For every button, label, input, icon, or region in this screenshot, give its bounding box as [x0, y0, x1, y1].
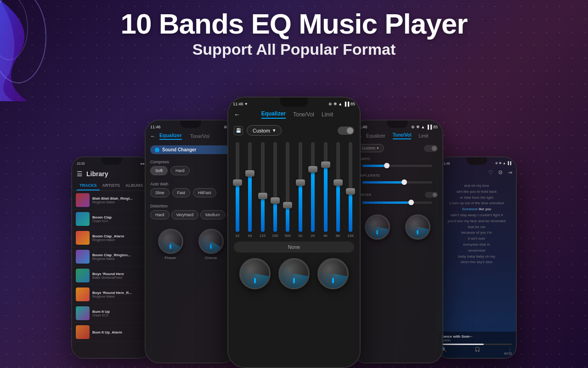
- eq-band-4k[interactable]: 4K: [320, 142, 331, 238]
- knobs-row-mid-right: [352, 207, 442, 240]
- preset-label: Custom: [253, 128, 270, 133]
- more-icon[interactable]: ⋮: [508, 347, 512, 352]
- compress-label: Compress: [146, 157, 236, 166]
- track-item[interactable]: Boom Clap_Rington...Ringtone Maker: [72, 247, 151, 266]
- track-item[interactable]: Boom Clap_AlarmRingtone Maker: [72, 229, 151, 247]
- ctab-limit[interactable]: Limit: [322, 111, 333, 118]
- limiter-slider[interactable]: [362, 201, 432, 204]
- slider-thumb-16k[interactable]: [346, 188, 355, 195]
- track-item[interactable]: Boys 'Round HereBlake Shelton&Pistol: [72, 266, 151, 285]
- track-info: Boom ClapCharli XCX: [92, 215, 147, 223]
- wah-hitfast-btn[interactable]: HitFast: [193, 188, 216, 197]
- wah-slow-btn[interactable]: Slow: [150, 188, 170, 197]
- sound-changer-screen: 11:46 ⊕ ● ← Equalizer Tone/Vol Sound Cha…: [146, 121, 236, 362]
- center-knob-2[interactable]: [278, 258, 310, 289]
- track-artist: Charli XCX: [92, 314, 147, 317]
- track-item[interactable]: Boys 'Round Here_R...Ringtone Maker: [72, 285, 151, 304]
- center-knob-1[interactable]: [239, 258, 271, 289]
- center-knob-3[interactable]: [317, 258, 349, 289]
- preset-save-icon[interactable]: 💾: [234, 126, 243, 135]
- simplerate-slider[interactable]: [362, 181, 432, 184]
- track-name: Boom Clap_Rington...: [92, 253, 147, 257]
- slider-thumb-125[interactable]: [258, 193, 267, 199]
- heart-icon[interactable]: ♡: [488, 169, 493, 176]
- lyric-line-highlight: Someone like you: [442, 207, 511, 213]
- eq-band-16k[interactable]: 16K: [345, 142, 356, 238]
- slider-thumb-500[interactable]: [283, 202, 292, 208]
- share-icon[interactable]: ⇥: [508, 169, 512, 176]
- tab-limit-mid-right[interactable]: Limit: [418, 133, 428, 138]
- tempo-slider[interactable]: [362, 165, 432, 167]
- lyrics-progress-bar[interactable]: [441, 344, 512, 345]
- knob-indicator: [376, 230, 378, 235]
- eq-sliders-area: 32 64 125: [228, 138, 360, 240]
- eq-band-8k[interactable]: 8K: [333, 142, 343, 238]
- eq-band-125[interactable]: 125: [257, 142, 268, 238]
- chorus-knob-container: Chorus: [198, 229, 224, 260]
- compress-hard-btn[interactable]: Hard: [170, 166, 190, 175]
- track-item[interactable]: Blah Blah Blah_Ringt...Ringtone Maker: [72, 191, 151, 210]
- preset-select[interactable]: Custom ▾: [247, 125, 282, 136]
- track-item[interactable]: Boom ClapCharli XCX: [72, 210, 151, 229]
- dist-veryhard-btn[interactable]: VeryHard: [171, 210, 199, 219]
- preset-row-mid-right: custom ▾: [352, 142, 442, 154]
- band-label-32: 32: [235, 234, 239, 238]
- equalizer-icon[interactable]: ⚙: [498, 169, 503, 176]
- ctab-tonevol[interactable]: Tone/Vol: [293, 111, 314, 118]
- back-button-mid-left[interactable]: ←: [150, 133, 156, 139]
- slider-thumb-2k[interactable]: [308, 166, 317, 172]
- slider-thumb-8k[interactable]: [334, 179, 343, 186]
- slider-thumb-1k[interactable]: [296, 179, 305, 186]
- tab-tracks[interactable]: TRACKS: [77, 181, 100, 190]
- limiter-toggle[interactable]: [425, 192, 438, 198]
- preset-none-btn[interactable]: None: [234, 242, 354, 253]
- slider-thumb-250[interactable]: [271, 197, 280, 204]
- simplerate-fill: [362, 181, 404, 184]
- tab-equalizer-mid-left[interactable]: Equalizer: [159, 132, 182, 140]
- toggle-mid-right[interactable]: [424, 145, 438, 152]
- tab-tonevol-mid-left[interactable]: Tone/Vol: [190, 133, 209, 139]
- track-item[interactable]: Bum It Up_Alarm: [72, 323, 151, 342]
- phone-lyrics: 11:46 ⊕ ❋ ▲ ▐▐ ♡ ⚙ ⇥ and oh my love aint…: [436, 156, 517, 359]
- tab-artists[interactable]: ARTISTS: [100, 181, 123, 190]
- knob1-mid-right[interactable]: [365, 214, 390, 240]
- preset-select-mid-right[interactable]: custom ▾: [357, 144, 384, 152]
- eq-band-1k[interactable]: 1K: [295, 142, 305, 238]
- eq-toggle[interactable]: [338, 126, 354, 135]
- eq-band-64[interactable]: 64: [244, 142, 255, 238]
- tonevol-screen: 11:46 ⊕ ❋ ▲ ▐▐ 85 ← Equalizer Tone/Vol L…: [352, 121, 442, 362]
- menu-icon[interactable]: ☰: [77, 170, 83, 178]
- dist-medium-btn[interactable]: Medium: [200, 210, 225, 219]
- notch-mid-right: [387, 121, 408, 128]
- chorus-knob[interactable]: [198, 229, 224, 254]
- slider-thumb-64[interactable]: [245, 170, 254, 177]
- band-label-4k: 4K: [323, 234, 328, 238]
- wah-fast-btn[interactable]: Fast: [172, 188, 191, 197]
- tab-tonevol-mid-right[interactable]: Tone/Vol: [393, 132, 412, 139]
- eq-band-250[interactable]: 250: [270, 142, 280, 238]
- headphones-icon[interactable]: 🎧: [475, 347, 480, 352]
- eq-band-500[interactable]: 500: [283, 142, 293, 238]
- tab-albums[interactable]: ALBUMS: [123, 181, 146, 190]
- track-item[interactable]: Bum It UpCharli XCX: [72, 304, 151, 323]
- center-knob-3-container: [317, 258, 349, 289]
- simplerate-thumb[interactable]: [401, 179, 407, 185]
- eq-band-32[interactable]: 32: [232, 142, 243, 238]
- tab-equalizer-mid-right[interactable]: Equalizer: [366, 133, 385, 138]
- library-screen: 10:20 ●●● ☰ Library TRACKS ARTISTS ALBUM…: [72, 157, 151, 358]
- ctab-equalizer[interactable]: Equalizer: [261, 110, 286, 119]
- eq-band-2k[interactable]: 2K: [307, 142, 318, 238]
- back-btn-center[interactable]: ←: [234, 111, 240, 118]
- slider-thumb-32[interactable]: [233, 179, 242, 186]
- compress-soft-btn[interactable]: Soft: [150, 166, 168, 175]
- limiter-thumb[interactable]: [408, 200, 414, 205]
- phone-equalizer-center: 11:46 ✦ ⊕ ❋ ▲ ▐▐ 85 ← Equalizer Tone/Vol…: [227, 97, 361, 368]
- track-artist: Ringtone Maker: [92, 201, 147, 204]
- knob2-mid-right[interactable]: [405, 214, 430, 240]
- slider-fill-500: [286, 205, 289, 232]
- dist-hard-btn[interactable]: Hard: [150, 210, 170, 219]
- track-artist: Blake Shelton&Pistol: [92, 276, 147, 279]
- phaser-knob[interactable]: [158, 229, 183, 254]
- tempo-thumb[interactable]: [384, 163, 390, 168]
- slider-thumb-4k[interactable]: [321, 161, 330, 168]
